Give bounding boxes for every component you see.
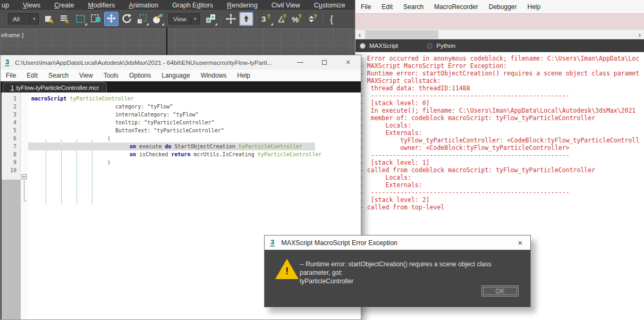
listener-line-10: - Locals: — [360, 122, 644, 129]
chevron-down-icon: ▼ — [30, 14, 38, 24]
screen: upViewsCreateModifiersAnimationGraph Edi… — [0, 0, 644, 320]
tab-number: 1 — [11, 85, 14, 91]
fold-margin — [21, 92, 28, 319]
editor-menu-language[interactable]: Language — [156, 72, 195, 79]
use-pivot-point-center-icon[interactable] — [204, 12, 218, 26]
scrollbar-thumb[interactable] — [365, 30, 438, 39]
max-menu-rendering[interactable]: Rendering — [220, 2, 265, 9]
editor-menu-windows[interactable]: Windows — [196, 72, 232, 79]
spinner-snap-toggle-icon[interactable]: ? — [306, 12, 320, 26]
language-radio-maxscript[interactable]: MAXScript — [360, 43, 422, 49]
toolbar-separator — [2, 13, 3, 26]
ok-button[interactable]: OK — [481, 285, 519, 297]
scroll-left-icon[interactable]: ‹ — [355, 30, 364, 39]
max-menu-up[interactable]: up — [0, 2, 16, 9]
listener-line-16: - called from codeblock macroScript: tyF… — [360, 166, 644, 174]
snaps-toggle-3d-icon[interactable]: 3? — [259, 12, 274, 26]
editor-menu-help[interactable]: Help — [232, 72, 256, 79]
dialog-title: MAXScript MacroScript Error Exception — [281, 239, 397, 247]
macro-recorder-pane[interactable] — [355, 14, 644, 30]
code-line-1[interactable]: macroScript tyParticleController — [28, 95, 361, 103]
listener-menu-search[interactable]: Search — [398, 3, 429, 11]
minimize-button[interactable]: — — [296, 58, 304, 66]
listener-hscrollbar[interactable]: ‹ › — [355, 30, 644, 39]
fold-collapse-icon[interactable] — [22, 174, 27, 179]
editor-menu-file[interactable]: File — [1, 72, 21, 79]
listener-line-20: - [stack level: 2] — [360, 196, 644, 204]
line-number-9: 9 — [2, 158, 21, 166]
window-crossing-toggle-icon[interactable] — [89, 12, 103, 26]
radio-icon — [427, 43, 433, 49]
max-menu-animation[interactable]: Animation — [122, 2, 165, 9]
code-line-7[interactable]: on execute do StartObjectCreation tyPart… — [28, 142, 361, 150]
code-line-5[interactable]: ButtonText: "tyParticleController" — [28, 127, 361, 134]
line-number-3: 3 — [2, 111, 21, 119]
editor-menu-tools[interactable]: Tools — [98, 72, 124, 79]
select-object-icon[interactable] — [43, 12, 57, 26]
listener-line-18: - Externals: — [360, 181, 644, 189]
code-line-8[interactable]: on isChecked return mcrUtils.IsCreating … — [28, 150, 361, 158]
listener-line-19: - --------------------------------------… — [360, 189, 644, 196]
line-numbers: 12345678910 — [2, 95, 21, 174]
listener-menu-help[interactable]: Help — [522, 3, 546, 11]
svg-text:?: ? — [298, 13, 302, 20]
select-by-name-icon[interactable] — [58, 12, 72, 26]
listener-menu-macrorecorder[interactable]: MacroRecorder — [429, 3, 484, 11]
angle-snap-toggle-icon[interactable]: ? — [275, 12, 289, 26]
editor-menu-view[interactable]: View — [74, 72, 98, 79]
percent-snap-toggle-icon[interactable]: %? — [290, 12, 304, 26]
code-line-4[interactable]: tooltip: "tyParticleController" — [28, 119, 361, 127]
svg-text:3: 3 — [261, 14, 266, 23]
listener-line-17: - Locals: — [360, 174, 644, 181]
code-line-9[interactable]: ) — [28, 158, 361, 166]
dialog-close-icon[interactable]: × — [515, 238, 525, 247]
max-menu-civil-view[interactable]: Civil View — [265, 2, 307, 9]
select-and-manipulate-icon[interactable] — [224, 12, 238, 26]
viewport-label: eframe ] — [1, 32, 23, 38]
error-dialog: 3 MAXScript MacroScript Error Exception … — [264, 235, 531, 307]
scroll-right-icon[interactable]: › — [635, 30, 644, 39]
max-menu-modifiers[interactable]: Modifiers — [81, 2, 122, 9]
selection-filter-dropdown[interactable]: All▼ — [8, 13, 39, 24]
maximize-icon — [322, 60, 327, 65]
max-menu-views[interactable]: Views — [16, 2, 47, 9]
maximize-button[interactable] — [320, 58, 328, 66]
select-and-move-icon[interactable] — [104, 12, 118, 26]
select-and-rotate-icon[interactable] — [120, 12, 134, 26]
select-and-place-icon[interactable] — [150, 12, 165, 26]
line-number-10: 10 — [2, 166, 21, 174]
dialog-titlebar[interactable]: 3 MAXScript MacroScript Error Exception … — [265, 235, 530, 250]
code-line-3[interactable]: internalCategory: "tyFlow" — [28, 111, 361, 119]
keyboard-shortcut-override-icon[interactable] — [239, 12, 253, 26]
listener-line-14: - --------------------------------------… — [360, 151, 644, 159]
listener-line-12: - tyFlow_tyParticleController: <CodeBloc… — [360, 137, 644, 144]
code-line-10[interactable] — [28, 166, 361, 174]
listener-menubar: FileEditSearchMacroRecorderDebuggerHelp — [355, 0, 644, 14]
line-number-gutter: 12345678910 — [2, 92, 21, 319]
reference-coordinate-dropdown[interactable]: View▼ — [168, 13, 200, 24]
code-line-6[interactable]: ( — [28, 134, 361, 142]
max-menu-graph-editors[interactable]: Graph Editors — [165, 2, 220, 9]
svg-text:?: ? — [283, 13, 286, 20]
editor-menu-edit[interactable]: Edit — [21, 72, 43, 79]
editor-menu-options[interactable]: Options — [124, 72, 156, 79]
listener-menu-debugger[interactable]: Debugger — [484, 3, 522, 11]
listener-line-2: - MAXScript MacroScript Error Exception: — [360, 62, 644, 70]
listener-menu-edit[interactable]: Edit — [376, 3, 398, 11]
max-menu-customize[interactable]: Customize — [307, 2, 352, 9]
close-button[interactable]: × — [344, 58, 352, 66]
listener-menu-file[interactable]: File — [355, 3, 376, 11]
select-and-scale-icon[interactable] — [135, 12, 149, 26]
code-line-2[interactable]: category: "tyFlow" — [28, 103, 361, 111]
code-lines: macroScript tyParticleControllercategory… — [28, 95, 361, 174]
listener-line-6: - --------------------------------------… — [360, 92, 644, 99]
line-number-8: 8 — [2, 150, 21, 158]
named-selection-brace-icon[interactable]: { — [326, 12, 340, 26]
max-menu-create[interactable]: Create — [47, 2, 81, 9]
editor-menu-search[interactable]: Search — [43, 72, 74, 79]
rectangular-selection-region-icon[interactable] — [73, 12, 88, 26]
editor-titlebar[interactable]: 3 C:\Users\Iman\AppData\Local\Autodesk\3… — [1, 55, 361, 70]
language-radio-python[interactable]: Python — [427, 43, 480, 49]
dialog-message-line2: tyParticleController — [300, 277, 523, 285]
tab-tyflow-typarticlecontroller[interactable]: 1 tyFlow-tyParticleController.mcr — [3, 82, 107, 92]
